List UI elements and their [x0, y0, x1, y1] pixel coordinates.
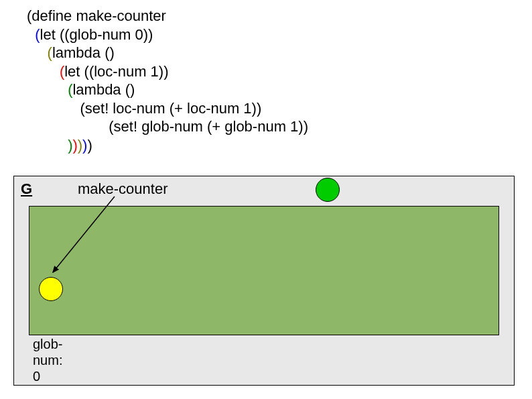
code-block: (define make-counter (let ((glob-num 0))…	[27, 7, 308, 154]
code-text: let ((glob-num 0))	[40, 26, 153, 43]
code-text: lambda ()	[52, 44, 115, 61]
closure-yellow-icon	[39, 277, 63, 301]
code-text: (set! glob-num (+ glob-num 1))	[27, 118, 308, 135]
globnum-line1: glob-	[33, 336, 62, 352]
code-indent	[27, 44, 48, 61]
code-line-7: (set! glob-num (+ glob-num 1))	[27, 117, 308, 136]
make-counter-label: make-counter	[78, 180, 168, 198]
paren-close: )	[87, 137, 92, 154]
environment-diagram-inner	[29, 206, 499, 335]
closure-green-icon	[316, 178, 340, 202]
code-indent	[27, 63, 60, 80]
environment-diagram-outer: G make-counter glob- num: 0	[13, 176, 515, 386]
paren-open: (	[35, 26, 40, 43]
code-indent	[27, 26, 35, 43]
code-indent	[27, 137, 68, 154]
code-line-8: )))))	[27, 136, 308, 155]
globnum-binding: glob- num: 0	[33, 336, 62, 384]
code-line-5: (lambda ()	[27, 80, 308, 99]
code-text: lambda ()	[72, 81, 135, 98]
code-line-3: (lambda ()	[27, 44, 308, 62]
globnum-line3: 0	[33, 368, 62, 384]
code-indent	[27, 81, 68, 98]
paren-open: (	[48, 44, 52, 61]
paren-close: )	[72, 137, 77, 154]
code-text: (set! loc-num (+ loc-num 1))	[27, 100, 261, 117]
code-line-2: (let ((glob-num 0))	[27, 25, 308, 44]
code-text: let ((loc-num 1))	[64, 63, 168, 80]
code-line-6: (set! loc-num (+ loc-num 1))	[27, 99, 308, 118]
code-line-1: (define make-counter	[27, 7, 308, 25]
paren-close: )	[78, 137, 82, 154]
globnum-line2: num:	[33, 352, 62, 368]
code-line-4: (let ((loc-num 1))	[27, 62, 308, 81]
code-text: (define make-counter	[27, 7, 166, 24]
global-env-label: G	[21, 180, 32, 198]
